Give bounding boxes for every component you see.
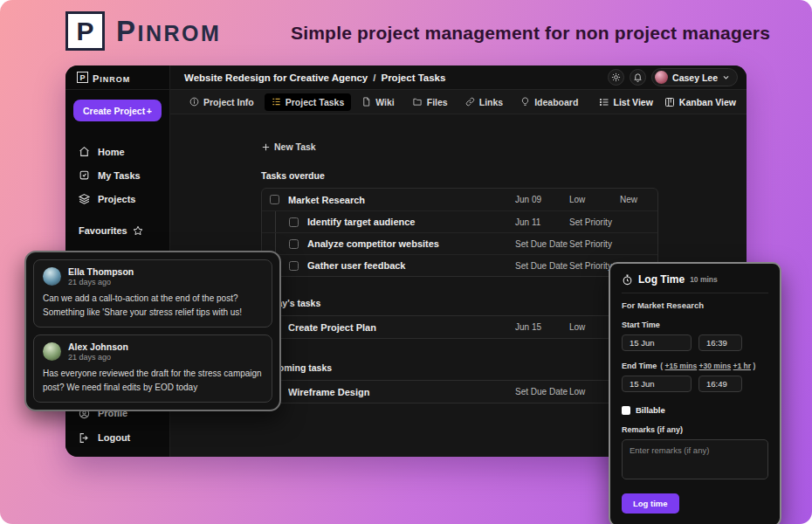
stopwatch-icon xyxy=(622,274,633,286)
comment-timestamp: 21 days ago xyxy=(68,353,128,362)
upcoming-tasks-table: Wireframe Design Set Due Date Low xyxy=(261,380,658,403)
task-due-date[interactable]: Jun 09 xyxy=(515,195,569,204)
task-title[interactable]: Create Project Plan xyxy=(288,322,515,333)
view-toggles: List View Kanban View xyxy=(599,97,737,107)
sidebar-item-label: Projects xyxy=(98,194,135,204)
comment-card[interactable]: Alex Johnson 21 days ago Has everyone re… xyxy=(33,334,272,403)
document-icon xyxy=(361,97,371,107)
end-time-inputs xyxy=(622,376,768,392)
start-date-input[interactable] xyxy=(622,334,692,351)
log-time-duration: 10 mins xyxy=(690,275,718,284)
subtask-row[interactable]: Analyze competitor websites Set Due Date… xyxy=(262,232,657,254)
sidebar-item-logout[interactable]: Logout xyxy=(65,425,169,450)
tab-label: Project Tasks xyxy=(286,97,345,107)
log-time-header: Log Time 10 mins xyxy=(622,273,768,293)
info-icon xyxy=(189,97,199,107)
task-title[interactable]: Market Research xyxy=(288,195,515,205)
task-checkbox[interactable] xyxy=(289,217,299,227)
favourites-label: Favourites xyxy=(79,225,127,236)
end-time-quick-links: ( +15 mins +30 mins +1 hr ) xyxy=(660,362,755,370)
task-due-date[interactable]: Set Due Date xyxy=(515,239,569,249)
task-title[interactable]: Identify target audience xyxy=(307,217,515,227)
sidebar-logo-text: PINROM xyxy=(93,70,130,86)
list-view-label: List View xyxy=(614,97,653,107)
task-due-date[interactable]: Jun 11 xyxy=(515,217,569,227)
user-avatar xyxy=(655,71,668,84)
new-task-label: New Task xyxy=(274,141,316,152)
task-checkbox[interactable] xyxy=(270,195,279,204)
add-1-hr-link[interactable]: +1 hr xyxy=(733,362,752,370)
task-checkbox[interactable] xyxy=(289,261,299,271)
task-due-date[interactable]: Jun 15 xyxy=(515,322,569,332)
task-due-date[interactable]: Set Due Date xyxy=(515,261,569,271)
end-date-input[interactable] xyxy=(622,376,692,392)
log-time-button[interactable]: Log time xyxy=(622,493,679,514)
create-project-button[interactable]: Create Project + xyxy=(73,100,162,121)
task-due-date[interactable]: Set Due Date xyxy=(515,387,569,396)
add-30-mins-link[interactable]: +30 mins xyxy=(699,362,732,370)
sidebar-favourites[interactable]: Favourites xyxy=(65,225,169,236)
theme-toggle-button[interactable] xyxy=(608,69,624,86)
kanban-view-toggle[interactable]: Kanban View xyxy=(664,97,736,107)
task-row[interactable]: Wireframe Design Set Due Date Low xyxy=(262,381,657,403)
page-background: P PINROM Simple project management for n… xyxy=(0,0,812,524)
task-row[interactable]: Create Project Plan Jun 15 Low xyxy=(262,316,657,338)
breadcrumb: Website Redesign for Creative Agency / P… xyxy=(184,72,445,83)
task-title[interactable]: Gather user feedback xyxy=(307,260,515,271)
tab-project-tasks[interactable]: Project Tasks xyxy=(265,93,352,111)
list-view-toggle[interactable]: List View xyxy=(599,97,653,107)
tab-links[interactable]: Links xyxy=(458,93,510,111)
tab-files[interactable]: Files xyxy=(405,93,455,111)
task-title[interactable]: Analyze competitor websites xyxy=(307,238,515,249)
section-title-overdue: Tasks overdue xyxy=(261,170,747,181)
task-row[interactable]: Market Research Jun 09 Low New xyxy=(262,189,657,210)
add-15-mins-link[interactable]: +15 mins xyxy=(665,362,698,370)
task-priority[interactable]: Low xyxy=(569,195,620,204)
sidebar-logo: P PINROM xyxy=(65,66,169,90)
comment-author: Ella Thompson xyxy=(68,266,134,277)
end-time-input[interactable] xyxy=(698,376,742,392)
tab-label: Wiki xyxy=(375,97,395,107)
sidebar-item-my-tasks[interactable]: My Tasks xyxy=(65,163,169,187)
subtask-row[interactable]: Identify target audience Jun 11 Set Prio… xyxy=(262,210,657,232)
notifications-button[interactable] xyxy=(630,69,646,86)
sidebar-item-home[interactable]: Home xyxy=(65,140,169,163)
start-time-inputs xyxy=(622,334,768,351)
comment-card[interactable]: Ella Thompson 21 days ago Can we add a c… xyxy=(33,259,272,328)
billable-row: Billable xyxy=(622,405,768,415)
folder-icon xyxy=(412,97,423,107)
lightbulb-icon xyxy=(520,97,530,107)
subtask-row[interactable]: Gather user feedback Set Due Date Set Pr… xyxy=(262,254,657,276)
billable-checkbox[interactable] xyxy=(622,406,630,415)
sidebar-logo-mark: P xyxy=(77,72,88,83)
projects-icon xyxy=(79,193,90,204)
comment-author: Alex Johnson xyxy=(68,341,128,352)
task-priority[interactable]: Set Priority xyxy=(569,239,620,249)
sidebar-item-label: My Tasks xyxy=(98,170,141,181)
remarks-textarea[interactable] xyxy=(622,439,768,479)
task-status[interactable]: New xyxy=(620,195,649,204)
plus-icon xyxy=(261,142,271,152)
tasks-overdue-table: Market Research Jun 09 Low New Identify … xyxy=(261,188,658,277)
star-icon xyxy=(133,225,143,236)
task-checkbox[interactable] xyxy=(289,239,299,249)
sidebar-item-projects[interactable]: Projects xyxy=(65,187,169,210)
tab-project-info[interactable]: Project Info xyxy=(182,93,261,111)
tab-label: Files xyxy=(427,97,448,107)
breadcrumb-page: Project Tasks xyxy=(381,72,445,83)
link-icon xyxy=(465,97,475,107)
sidebar-nav: Home My Tasks Projects xyxy=(65,140,169,210)
start-time-input[interactable] xyxy=(698,334,742,351)
tab-wiki[interactable]: Wiki xyxy=(354,93,402,111)
comment-text: Can we add a call-to-action at the end o… xyxy=(43,292,263,319)
breadcrumb-project[interactable]: Website Redesign for Creative Agency xyxy=(184,72,368,83)
task-priority[interactable]: Set Priority xyxy=(569,217,620,227)
logout-icon xyxy=(79,432,90,444)
comment-header: Alex Johnson 21 days ago xyxy=(43,341,263,362)
new-task-button[interactable]: New Task xyxy=(261,141,316,152)
list-view-icon xyxy=(599,97,609,107)
plus-icon: + xyxy=(147,106,152,116)
user-menu[interactable]: Casey Lee xyxy=(651,68,738,86)
task-title[interactable]: Wireframe Design xyxy=(288,387,515,397)
tab-ideaboard[interactable]: Ideaboard xyxy=(513,93,585,111)
